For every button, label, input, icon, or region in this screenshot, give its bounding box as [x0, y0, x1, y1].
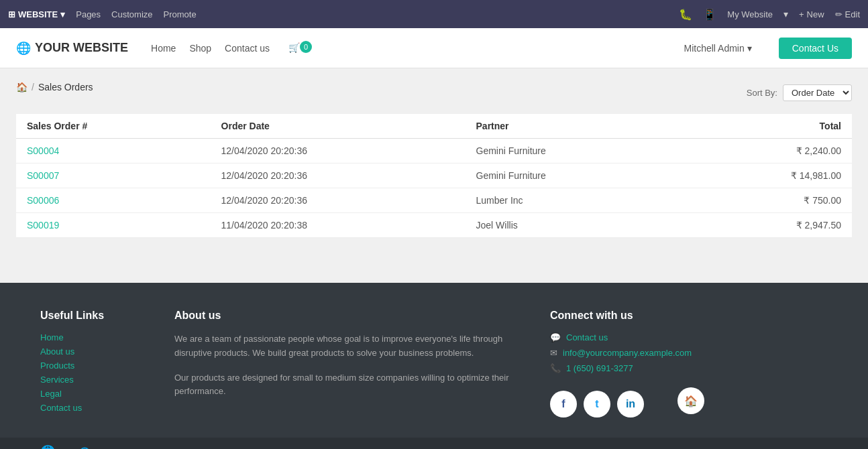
connect-items: 💬 Contact us ✉ info@yourcompany.example.… — [550, 332, 704, 373]
order-link-s00019[interactable]: S00019 — [27, 220, 59, 231]
bug-icon-btn[interactable]: 🐛 — [679, 8, 692, 21]
chat-icon: 💬 — [550, 332, 561, 342]
footer-links-list: Home About us Products Services Legal Co… — [40, 332, 134, 413]
breadcrumb-current: Sales Orders — [38, 82, 93, 92]
footer-link-products[interactable]: Products — [40, 361, 134, 371]
user-menu[interactable]: Mitchell Admin ▾ — [684, 43, 751, 54]
twitter-btn[interactable]: t — [584, 391, 610, 418]
footer-link-services[interactable]: Services — [40, 375, 134, 385]
about-heading: About us — [174, 310, 510, 322]
home-social-btn[interactable]: 🏠 — [677, 387, 704, 414]
col-header-total: Total — [682, 114, 852, 139]
footer-language[interactable]: 🌐 English (US) ▴ — [79, 447, 149, 450]
orders-table: Sales Order # Order Date Partner Total S… — [16, 114, 852, 238]
order-link-s00004[interactable]: S00004 — [27, 145, 59, 156]
contact-us-button[interactable]: Contact Us — [779, 38, 852, 59]
main-content: 🏠 / Sales Orders Sort By: Order Date Sal… — [0, 68, 868, 283]
admin-bar: ⊞ WEBSITE ▾ Pages Customize Promote 🐛 📱 … — [0, 0, 868, 28]
order-date-s00019: 11/04/2020 20:20:38 — [211, 213, 466, 238]
new-label: New — [807, 9, 824, 19]
connect-email: ✉ info@yourcompany.example.com — [550, 348, 704, 358]
site-logo[interactable]: 🌐 YOUR WEBSITE — [16, 41, 128, 56]
order-partner-s00007: Gemini Furniture — [466, 164, 682, 188]
cart-badge: 0 — [300, 41, 312, 53]
linkedin-btn[interactable]: in — [617, 391, 644, 418]
footer-connect: Connect with us 💬 Contact us ✉ info@your… — [550, 310, 704, 418]
col-header-partner: Partner — [466, 114, 682, 139]
order-partner-s00004: Gemini Furniture — [466, 139, 682, 164]
order-link-s00006[interactable]: S00006 — [27, 195, 59, 206]
about-text-2: Our products are designed for small to m… — [174, 371, 510, 399]
table-header: Sales Order # Order Date Partner Total — [16, 114, 852, 139]
table-body: S00004 12/04/2020 20:20:36 Gemini Furnit… — [16, 139, 852, 238]
admin-nav-pages[interactable]: Pages — [76, 9, 101, 19]
connect-phone: 📞 1 (650) 691-3277 — [550, 363, 704, 373]
admin-brand-label: WEBSITE — [18, 9, 58, 19]
order-partner-s00019: Joel Willis — [466, 213, 682, 238]
order-date-s00004: 12/04/2020 20:20:36 — [211, 139, 466, 164]
mobile-icon-btn[interactable]: 📱 — [703, 8, 716, 21]
footer-link-about[interactable]: About us — [40, 346, 134, 357]
logo-text: YOUR WEBSITE — [35, 41, 128, 55]
edit-button[interactable]: ✏ Edit — [835, 9, 860, 19]
language-label: English (US) — [93, 447, 142, 450]
user-name: Mitchell Admin — [684, 43, 744, 54]
site-nav: Home Shop Contact us — [151, 43, 270, 54]
new-button[interactable]: + New — [799, 9, 824, 19]
connect-email-link[interactable]: info@yourcompany.example.com — [563, 348, 692, 358]
table-row: S00019 11/04/2020 20:20:38 Joel Willis ₹… — [16, 213, 852, 238]
admin-nav-promote[interactable]: Promote — [164, 9, 197, 19]
breadcrumb-row: 🏠 / Sales Orders Sort By: Order Date — [16, 82, 852, 103]
col-header-order: Sales Order # — [16, 114, 211, 139]
table-row: S00007 12/04/2020 20:20:36 Gemini Furnit… — [16, 164, 852, 188]
order-total-s00004: ₹ 2,240.00 — [682, 139, 852, 164]
site-header: 🌐 YOUR WEBSITE Home Shop Contact us 🛒0 M… — [0, 28, 868, 68]
admin-right-icons: 🐛 📱 My Website ▾ + New ✏ Edit — [679, 8, 860, 21]
nav-home[interactable]: Home — [151, 43, 176, 54]
breadcrumb-separator: / — [32, 82, 34, 92]
home-icon[interactable]: 🏠 — [16, 82, 28, 92]
footer-bottom: 🌐 🌐 English (US) ▴ — [0, 438, 868, 449]
language-flag: 🌐 — [79, 447, 90, 450]
col-header-date: Order Date — [211, 114, 466, 139]
footer-about: About us We are a team of passionate peo… — [174, 310, 510, 418]
phone-icon: 📞 — [550, 363, 561, 373]
connect-contact: 💬 Contact us — [550, 332, 704, 342]
chevron-up-icon: ▴ — [144, 447, 149, 450]
edit-label: Edit — [845, 9, 860, 19]
admin-nav-customize[interactable]: Customize — [111, 9, 152, 19]
order-total-s00007: ₹ 14,981.00 — [682, 164, 852, 188]
facebook-btn[interactable]: f — [550, 391, 577, 418]
footer-globe-icon: 🌐 — [40, 444, 55, 449]
plus-icon: + — [799, 9, 804, 19]
footer-link-home[interactable]: Home — [40, 332, 134, 342]
footer-link-legal[interactable]: Legal — [40, 389, 134, 399]
pencil-icon: ✏ — [835, 9, 843, 19]
useful-links-heading: Useful Links — [40, 310, 134, 322]
sort-label: Sort By: — [747, 88, 777, 98]
email-icon: ✉ — [550, 348, 557, 358]
order-date-s00006: 12/04/2020 20:20:36 — [211, 188, 466, 213]
sort-select[interactable]: Order Date — [783, 84, 852, 101]
my-website-label[interactable]: My Website — [727, 9, 773, 19]
order-date-s00007: 12/04/2020 20:20:36 — [211, 164, 466, 188]
nav-shop[interactable]: Shop — [189, 43, 211, 54]
connect-contact-link[interactable]: Contact us — [566, 332, 608, 342]
order-total-s00019: ₹ 2,947.50 — [682, 213, 852, 238]
globe-icon: 🌐 — [16, 41, 31, 56]
cart-icon[interactable]: 🛒0 — [288, 42, 312, 54]
social-icons: f t in — [550, 391, 644, 418]
breadcrumb: 🏠 / Sales Orders — [16, 82, 93, 92]
site-footer: Useful Links Home About us Products Serv… — [0, 283, 868, 438]
chevron-down-icon: ▾ — [60, 9, 65, 19]
nav-contact[interactable]: Contact us — [225, 43, 270, 54]
order-total-s00006: ₹ 750.00 — [682, 188, 852, 213]
admin-brand[interactable]: ⊞ WEBSITE ▾ — [8, 9, 65, 19]
connect-phone-link[interactable]: 1 (650) 691-3277 — [566, 363, 633, 373]
sort-by: Sort By: Order Date — [747, 84, 852, 101]
chevron-down-icon-mywebsite: ▾ — [783, 9, 788, 19]
footer-link-contact[interactable]: Contact us — [40, 403, 134, 413]
chevron-down-icon-user: ▾ — [747, 43, 752, 54]
about-text-1: We are a team of passionate people whose… — [174, 332, 510, 361]
order-link-s00007[interactable]: S00007 — [27, 170, 59, 181]
